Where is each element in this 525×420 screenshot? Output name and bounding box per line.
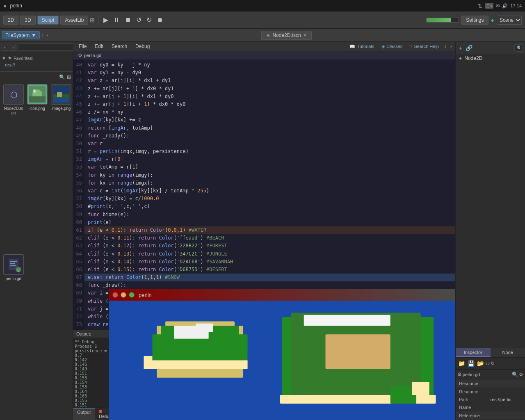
path-input[interactable]: res://: [18, 43, 79, 51]
file-icon-img: [27, 84, 48, 105]
toolbar-right: Settings ● Scene: [426, 16, 522, 25]
filesystem-button[interactable]: FileSystem ▼: [2, 31, 40, 39]
expand-icon[interactable]: ⊞: [90, 17, 95, 23]
insp-refresh[interactable]: ↻: [491, 361, 495, 366]
tab-close-button[interactable]: ×: [304, 32, 306, 38]
scene-dropdown[interactable]: Scene: [497, 16, 522, 25]
inspector-toolbar: 📁 💾 📂 ‹ › ↻: [456, 358, 525, 370]
main-tab[interactable]: ◈ Node2D.tscn ×: [261, 31, 311, 40]
favorites-item[interactable]: res://: [2, 62, 71, 68]
tutorials-link[interactable]: 📖 Tutorials: [346, 43, 377, 50]
menu-debug[interactable]: Debug: [131, 42, 154, 51]
svg-rect-14: [10, 265, 16, 266]
file-icon-scene: ⬡: [3, 84, 24, 105]
tutorials-label: Tutorials: [357, 44, 374, 49]
reference-label: Reference: [459, 413, 480, 418]
file-item-icon[interactable]: icon.png: [27, 84, 48, 251]
window-maximize-button[interactable]: [129, 292, 135, 298]
nav-right-icon[interactable]: ›: [45, 32, 50, 39]
insp-load-icon[interactable]: 📂: [476, 359, 485, 368]
tutorials-icon: 📖: [349, 44, 355, 49]
svg-rect-28: [326, 334, 390, 369]
view-2d-button[interactable]: 2D: [3, 16, 18, 25]
svg-rect-35: [412, 382, 429, 395]
file-browser: 🔍 ⊞ ⬡ Node2D.tscn: [0, 73, 73, 420]
output-content: ** Debug Process Spersistence = 0.70.142…: [73, 338, 109, 407]
file-item-script[interactable]: g perlin.gd: [3, 254, 24, 417]
output-tabs: Output Debug: [73, 407, 109, 420]
nav-forward-button[interactable]: ›: [10, 44, 16, 50]
file-label-image: image.png: [52, 106, 71, 111]
prop-resource-name: Resource: [459, 389, 491, 394]
output-line: 0.142: [75, 358, 107, 362]
scene-search-input[interactable]: [514, 44, 523, 52]
clock: 17:14: [510, 3, 522, 8]
nav-prev-icon[interactable]: ‹: [443, 43, 448, 49]
file-item-image[interactable]: image.png: [51, 84, 71, 251]
prop-name-name: Name: [459, 405, 491, 410]
classes-label: Classes: [386, 44, 402, 49]
play-icon[interactable]: ▶: [102, 14, 110, 25]
script-button[interactable]: Script: [37, 16, 59, 25]
file-grid: ⬡ Node2D.tscn icon.png: [0, 81, 73, 420]
inspector-tabs: Inspector Node: [456, 348, 525, 358]
nav-back-button[interactable]: ‹: [2, 44, 8, 50]
insp-settings-icon[interactable]: ⚙: [519, 372, 523, 377]
window-minimize-button[interactable]: [121, 292, 126, 298]
pause-icon[interactable]: ⏸: [112, 15, 121, 25]
left-panel: ‹ › res:// ★ ▼ ★ Favorites: res:// 🔍 ⊞: [0, 42, 73, 420]
classes-icon: ◈: [381, 44, 385, 49]
insp-folder-icon[interactable]: 📁: [457, 359, 466, 368]
step-back-icon[interactable]: ↺: [135, 14, 143, 25]
file-toolbar: ⚙ perlin.gd 🔍 ⚙: [456, 370, 525, 379]
output-line: 0.163: [75, 394, 107, 398]
inspector-tab-node[interactable]: Node: [491, 348, 525, 357]
svg-rect-12: [10, 261, 17, 262]
node-tab-label: Node: [502, 350, 513, 355]
search-icon[interactable]: 🔍: [59, 74, 65, 80]
view-3d-button[interactable]: 3D: [20, 16, 35, 25]
file-icon-image: [51, 84, 71, 105]
debug-dot: [99, 410, 102, 413]
insp-nav-left[interactable]: ‹: [486, 361, 487, 366]
lang-indicator: En: [485, 3, 493, 9]
file-item-scene[interactable]: ⬡ Node2D.tscn: [3, 84, 24, 251]
classes-link[interactable]: ◈ Classes: [378, 43, 406, 50]
step-forward-icon[interactable]: ↻: [145, 14, 153, 25]
game-preview: perlin: [109, 289, 455, 420]
svg-point-4: [33, 89, 36, 93]
output-line: 0.146: [75, 362, 107, 367]
svg-rect-24: [148, 361, 252, 369]
stop-icon[interactable]: ⏹: [123, 15, 133, 25]
svg-rect-5: [29, 96, 46, 103]
insp-search-icon[interactable]: 🔍: [512, 372, 518, 377]
window-close-button[interactable]: [112, 292, 118, 298]
output-tab-output[interactable]: Output: [73, 408, 95, 420]
system-icons: ⇅ En ✉ 🔊 17:14: [478, 3, 522, 9]
preview-canvas: [109, 301, 455, 420]
app-logo: ●: [3, 2, 7, 9]
inspector-tab-label: Inspector: [464, 350, 482, 355]
nav-next-icon[interactable]: ›: [449, 43, 454, 49]
insp-save-icon[interactable]: 💾: [467, 359, 475, 368]
menu-edit[interactable]: Edit: [91, 42, 107, 51]
file-grid-controls: 🔍 ⊞: [0, 73, 73, 81]
search-help-label: Search Help: [414, 44, 439, 49]
menu-file[interactable]: File: [75, 42, 91, 51]
view-toggle-icon[interactable]: ⊞: [67, 74, 71, 80]
insp-nav-right[interactable]: ›: [488, 361, 490, 366]
nav-left-icon[interactable]: ‹: [40, 32, 45, 39]
settings-button[interactable]: Settings: [461, 16, 488, 25]
mail-icon: ✉: [496, 3, 500, 9]
scene-tree-node2d[interactable]: ● Node2D: [456, 54, 525, 62]
favorites-label[interactable]: ▼ ★ Favorites:: [2, 55, 71, 62]
inspector-tab-inspector[interactable]: Inspector: [456, 348, 491, 357]
preview-title: perlin: [139, 292, 152, 298]
search-help-link[interactable]: ? Search Help: [406, 43, 442, 50]
movie-icon[interactable]: ⏺: [155, 15, 165, 25]
menu-search[interactable]: Search: [107, 42, 131, 51]
help-links: 📖 Tutorials ◈ Classes ? Search Help ‹ ›: [346, 43, 454, 50]
link-icon[interactable]: 🔗: [465, 44, 473, 52]
add-node-icon[interactable]: +: [458, 44, 463, 52]
assetlib-button[interactable]: AssetLib: [60, 16, 88, 25]
